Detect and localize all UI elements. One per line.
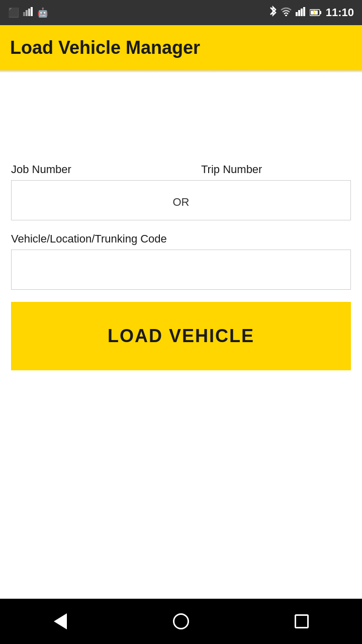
app-bar: Load Vehicle Manager bbox=[0, 25, 362, 70]
vehicle-location-label: Vehicle/Location/Trunking Code bbox=[11, 232, 351, 246]
trip-number-input[interactable] bbox=[201, 180, 351, 220]
status-time: 11:10 bbox=[326, 6, 354, 19]
vehicle-location-input[interactable] bbox=[11, 250, 351, 290]
trip-number-label: Trip Number bbox=[201, 163, 351, 176]
svg-rect-8 bbox=[303, 7, 305, 16]
trip-number-group: Trip Number bbox=[201, 163, 351, 220]
recents-icon bbox=[295, 614, 309, 628]
svg-rect-3 bbox=[31, 7, 33, 16]
back-icon bbox=[54, 613, 67, 629]
status-left-icons: ⬛ 🤖 bbox=[8, 7, 48, 19]
job-trip-row: Job Number OR Trip Number bbox=[11, 163, 351, 220]
status-right-icons: 11:10 bbox=[269, 6, 354, 20]
home-icon bbox=[173, 613, 189, 629]
or-divider: OR bbox=[161, 180, 201, 220]
load-vehicle-button[interactable]: LOAD VEHICLE bbox=[11, 302, 351, 370]
back-button[interactable] bbox=[40, 606, 80, 636]
nav-bar bbox=[0, 599, 362, 644]
svg-rect-2 bbox=[28, 9, 30, 16]
wifi-icon bbox=[281, 6, 292, 19]
status-bar: ⬛ 🤖 bbox=[0, 0, 362, 25]
svg-rect-5 bbox=[296, 12, 298, 16]
image-icon: ⬛ bbox=[8, 7, 19, 18]
job-number-group: Job Number bbox=[11, 163, 161, 220]
app-bar-title: Load Vehicle Manager bbox=[10, 37, 200, 58]
recents-button[interactable] bbox=[282, 606, 322, 636]
android-icon: 🤖 bbox=[37, 7, 48, 18]
home-button[interactable] bbox=[161, 606, 201, 636]
bluetooth-icon bbox=[269, 6, 277, 20]
job-number-input[interactable] bbox=[11, 180, 161, 220]
signal-icon bbox=[23, 7, 33, 19]
vehicle-location-group: Vehicle/Location/Trunking Code bbox=[11, 232, 351, 290]
battery-icon bbox=[310, 6, 322, 19]
svg-rect-1 bbox=[26, 10, 28, 16]
svg-rect-7 bbox=[301, 9, 303, 16]
job-number-label: Job Number bbox=[11, 163, 161, 176]
svg-rect-10 bbox=[320, 11, 321, 14]
main-content: Job Number OR Trip Number Vehicle/Locati… bbox=[0, 72, 362, 599]
svg-point-4 bbox=[285, 15, 287, 16]
svg-rect-6 bbox=[298, 10, 300, 16]
signal-bars-icon bbox=[296, 6, 306, 19]
svg-rect-0 bbox=[23, 12, 25, 16]
